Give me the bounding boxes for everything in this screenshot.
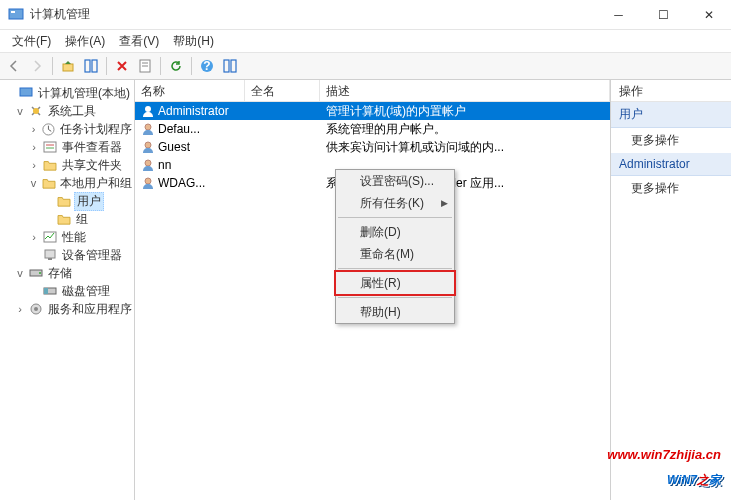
toolbar-separator [106, 57, 107, 75]
svg-rect-10 [224, 60, 229, 72]
properties-button[interactable] [135, 56, 155, 76]
menu-help[interactable]: 帮助(H) [167, 31, 220, 52]
svg-rect-15 [44, 142, 56, 152]
svg-rect-19 [45, 250, 55, 258]
tree-task-scheduler[interactable]: ›任务计划程序 [0, 120, 134, 138]
minimize-button[interactable]: ─ [596, 0, 641, 29]
user-icon [141, 122, 155, 136]
maximize-button[interactable]: ☐ [641, 0, 686, 29]
svg-rect-0 [9, 9, 23, 19]
back-button[interactable] [4, 56, 24, 76]
action-section-admin: Administrator [611, 153, 731, 176]
tree-users[interactable]: 用户 [0, 192, 134, 210]
svg-rect-1 [11, 11, 15, 13]
user-row[interactable]: Guest 供来宾访问计算机或访问域的内... [135, 138, 610, 156]
svg-point-27 [145, 106, 151, 112]
menu-file[interactable]: 文件(F) [6, 31, 57, 52]
close-button[interactable]: ✕ [686, 0, 731, 29]
tree-device-manager[interactable]: 设备管理器 [0, 246, 134, 264]
column-fullname[interactable]: 全名 [245, 80, 320, 101]
action-section-users: 用户 [611, 102, 731, 128]
ctx-help[interactable]: 帮助(H) [336, 301, 454, 323]
toolbar-separator [191, 57, 192, 75]
svg-rect-24 [44, 288, 48, 294]
help-button[interactable]: ? [197, 56, 217, 76]
toolbar-separator [160, 57, 161, 75]
svg-point-13 [33, 108, 39, 114]
user-row[interactable]: Administrator 管理计算机(域)的内置帐户 [135, 102, 610, 120]
ctx-separator [338, 268, 452, 269]
svg-point-29 [145, 142, 151, 148]
ctx-rename[interactable]: 重命名(M) [336, 243, 454, 265]
menu-action[interactable]: 操作(A) [59, 31, 111, 52]
action-more-users[interactable]: 更多操作 [611, 128, 731, 153]
user-icon [141, 140, 155, 154]
svg-rect-20 [48, 258, 52, 260]
tree-local-users-groups[interactable]: v本地用户和组 [0, 174, 134, 192]
ctx-delete[interactable]: 删除(D) [336, 221, 454, 243]
tree-event-viewer[interactable]: ›事件查看器 [0, 138, 134, 156]
context-menu: 设置密码(S)... 所有任务(K) 删除(D) 重命名(M) 属性(R) 帮助… [335, 169, 455, 324]
svg-rect-11 [231, 60, 236, 72]
user-icon [141, 158, 155, 172]
ctx-separator [338, 297, 452, 298]
list-pane: 名称 全名 描述 Administrator 管理计算机(域)的内置帐户 Def… [135, 80, 611, 500]
svg-rect-4 [92, 60, 97, 72]
window-controls: ─ ☐ ✕ [596, 0, 731, 29]
svg-rect-2 [63, 64, 73, 71]
tree-storage[interactable]: v存储 [0, 264, 134, 282]
user-row[interactable]: Defau... 系统管理的用户帐户。 [135, 120, 610, 138]
watermark-url: www.win7zhijia.cn [607, 447, 721, 462]
app-icon [8, 7, 24, 23]
show-hide-action-button[interactable] [220, 56, 240, 76]
title-bar: 计算机管理 ─ ☐ ✕ [0, 0, 731, 30]
svg-rect-12 [20, 88, 32, 96]
list-header: 名称 全名 描述 [135, 80, 610, 102]
tree-services-apps[interactable]: ›服务和应用程序 [0, 300, 134, 318]
ctx-all-tasks[interactable]: 所有任务(K) [336, 192, 454, 214]
ctx-set-password[interactable]: 设置密码(S)... [336, 170, 454, 192]
tree-performance[interactable]: ›性能 [0, 228, 134, 246]
svg-rect-3 [85, 60, 90, 72]
watermark-logo: WiN7之家 [607, 462, 721, 490]
toolbar: ? [0, 52, 731, 80]
toolbar-separator [52, 57, 53, 75]
up-button[interactable] [58, 56, 78, 76]
ctx-properties[interactable]: 属性(R) [334, 270, 456, 296]
tree-disk-management[interactable]: 磁盘管理 [0, 282, 134, 300]
tree-system-tools[interactable]: v系统工具 [0, 102, 134, 120]
window-title: 计算机管理 [30, 6, 596, 23]
tree-groups[interactable]: 组 [0, 210, 134, 228]
forward-button[interactable] [27, 56, 47, 76]
tree-shared-folders[interactable]: ›共享文件夹 [0, 156, 134, 174]
tree-pane: 计算机管理(本地) v系统工具 ›任务计划程序 ›事件查看器 ›共享文件夹 v本… [0, 80, 135, 500]
tree-root[interactable]: 计算机管理(本地) [0, 84, 134, 102]
svg-point-26 [34, 307, 38, 311]
user-icon [141, 104, 155, 118]
svg-point-22 [39, 272, 41, 274]
svg-point-30 [145, 160, 151, 166]
menu-view[interactable]: 查看(V) [113, 31, 165, 52]
watermark: www.win7zhijia.cn WiN7之家 [607, 447, 721, 490]
show-hide-tree-button[interactable] [81, 56, 101, 76]
column-description[interactable]: 描述 [320, 80, 610, 101]
ctx-separator [338, 217, 452, 218]
action-more-admin[interactable]: 更多操作 [611, 176, 731, 201]
column-name[interactable]: 名称 [135, 80, 245, 101]
svg-text:?: ? [203, 59, 210, 73]
svg-point-28 [145, 124, 151, 130]
user-icon [141, 176, 155, 190]
menu-bar: 文件(F) 操作(A) 查看(V) 帮助(H) [0, 30, 731, 52]
delete-button[interactable] [112, 56, 132, 76]
refresh-button[interactable] [166, 56, 186, 76]
svg-point-31 [145, 178, 151, 184]
action-pane: 操作 用户 更多操作 Administrator 更多操作 [611, 80, 731, 500]
action-header: 操作 [611, 80, 731, 102]
